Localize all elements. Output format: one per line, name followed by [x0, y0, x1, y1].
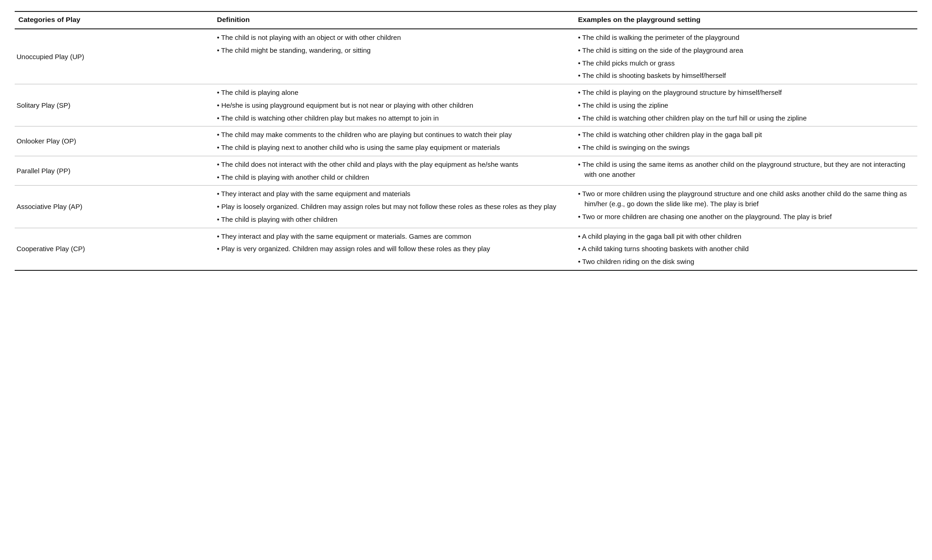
definition-item: The child is playing next to another chi…: [217, 143, 569, 153]
category-cell: Solitary Play (SP): [15, 84, 213, 126]
examples-cell: The child is using the same items as ano…: [574, 156, 917, 186]
example-item: The child is sitting on the side of the …: [578, 45, 912, 55]
example-item: A child taking turns shooting baskets wi…: [578, 244, 912, 254]
example-item: The child picks mulch or grass: [578, 58, 912, 68]
category-cell: Onlooker Play (OP): [15, 126, 213, 156]
definition-item: The child is not playing with an object …: [217, 33, 569, 43]
definition-cell: They interact and play with the same equ…: [213, 186, 574, 228]
examples-cell: The child is watching other children pla…: [574, 126, 917, 156]
category-cell: Associative Play (AP): [15, 186, 213, 228]
example-item: The child is watching other children pla…: [578, 130, 912, 140]
category-cell: Unoccupied Play (UP): [15, 29, 213, 84]
definition-item: The child may make comments to the child…: [217, 130, 569, 140]
example-item: The child is shooting baskets by himself…: [578, 71, 912, 81]
table-row: Associative Play (AP)They interact and p…: [15, 186, 917, 228]
definition-item: The child is playing with other children: [217, 214, 569, 225]
category-cell: Parallel Play (PP): [15, 156, 213, 186]
example-item: The child is watching other children pla…: [578, 113, 912, 123]
example-item: The child is using the zipline: [578, 100, 912, 110]
definition-item: The child is playing with another child …: [217, 172, 569, 182]
header-definition: Definition: [213, 11, 574, 29]
categories-of-play-table: Categories of Play Definition Examples o…: [15, 11, 917, 271]
header-categories: Categories of Play: [15, 11, 213, 29]
example-item: Two or more children using the playgroun…: [578, 189, 912, 209]
definition-cell: The child does not interact with the oth…: [213, 156, 574, 186]
definition-item: The child might be standing, wandering, …: [217, 45, 569, 55]
definition-item: They interact and play with the same equ…: [217, 231, 569, 242]
examples-cell: A child playing in the gaga ball pit wit…: [574, 228, 917, 270]
definition-item: The child is playing alone: [217, 88, 569, 98]
example-item: The child is playing on the playground s…: [578, 88, 912, 98]
example-item: Two children riding on the disk swing: [578, 257, 912, 267]
table-row: Onlooker Play (OP)The child may make com…: [15, 126, 917, 156]
category-cell: Cooperative Play (CP): [15, 228, 213, 270]
definition-item: He/she is using playground equipment but…: [217, 100, 569, 110]
definition-item: They interact and play with the same equ…: [217, 189, 569, 199]
definition-item: Play is loosely organized. Children may …: [217, 202, 569, 212]
examples-cell: Two or more children using the playgroun…: [574, 186, 917, 228]
table-row: Cooperative Play (CP)They interact and p…: [15, 228, 917, 270]
definition-item: The child is watching other children pla…: [217, 113, 569, 123]
example-item: The child is swinging on the swings: [578, 143, 912, 153]
examples-cell: The child is playing on the playground s…: [574, 84, 917, 126]
example-item: A child playing in the gaga ball pit wit…: [578, 231, 912, 242]
example-item: The child is using the same items as ano…: [578, 159, 912, 180]
table-row: Solitary Play (SP)The child is playing a…: [15, 84, 917, 126]
definition-cell: The child may make comments to the child…: [213, 126, 574, 156]
example-item: Two or more children are chasing one ano…: [578, 212, 912, 222]
definition-cell: They interact and play with the same equ…: [213, 228, 574, 270]
examples-cell: The child is walking the perimeter of th…: [574, 29, 917, 84]
definition-cell: The child is not playing with an object …: [213, 29, 574, 84]
definition-cell: The child is playing aloneHe/she is usin…: [213, 84, 574, 126]
definition-item: Play is very organized. Children may ass…: [217, 244, 569, 254]
table-row: Parallel Play (PP)The child does not int…: [15, 156, 917, 186]
header-examples: Examples on the playground setting: [574, 11, 917, 29]
example-item: The child is walking the perimeter of th…: [578, 33, 912, 43]
table-row: Unoccupied Play (UP)The child is not pla…: [15, 29, 917, 84]
definition-item: The child does not interact with the oth…: [217, 159, 569, 170]
